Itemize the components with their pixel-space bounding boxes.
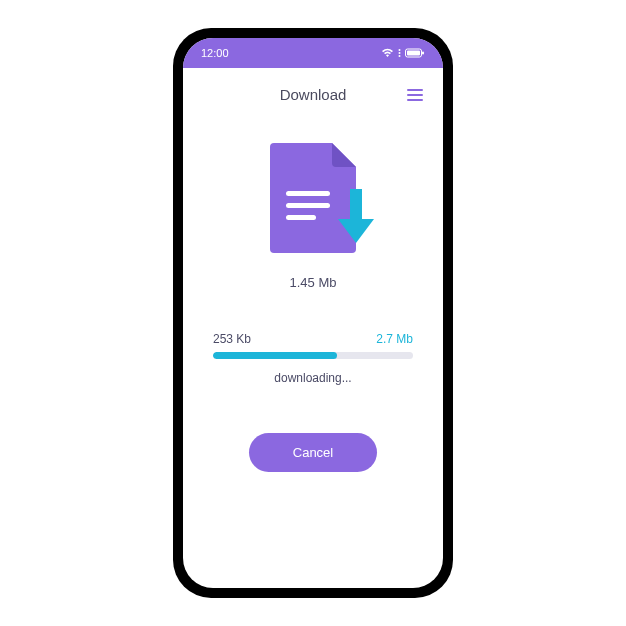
download-arrow-icon [338,189,374,243]
svg-rect-5 [422,52,424,55]
page-title: Download [280,86,347,103]
svg-rect-8 [286,215,316,220]
svg-rect-4 [407,51,420,56]
download-status-text: downloading... [213,371,413,385]
file-size-label: 1.45 Mb [290,275,337,290]
progress-labels: 253 Kb 2.7 Mb [213,332,413,346]
battery-icon [405,48,425,58]
svg-rect-7 [286,203,330,208]
wifi-icon [381,48,394,58]
signal-icon [398,48,401,58]
status-bar: 12:00 [183,38,443,68]
svg-point-2 [399,55,401,57]
progress-section: 253 Kb 2.7 Mb downloading... [213,332,413,385]
total-amount: 2.7 Mb [376,332,413,346]
phone-frame: 12:00 Download [173,28,453,598]
phone-screen: 12:00 Download [183,38,443,588]
cancel-button[interactable]: Cancel [249,433,377,472]
file-download-icon [270,143,356,253]
svg-point-1 [399,52,401,54]
download-content: 1.45 Mb 253 Kb 2.7 Mb downloading... Can… [183,113,443,588]
status-icons [381,48,425,58]
svg-rect-6 [286,191,330,196]
svg-point-0 [399,49,401,51]
status-time: 12:00 [201,47,229,59]
progress-fill [213,352,337,359]
progress-bar [213,352,413,359]
menu-icon[interactable] [407,89,423,101]
app-header: Download [183,68,443,113]
downloaded-amount: 253 Kb [213,332,251,346]
